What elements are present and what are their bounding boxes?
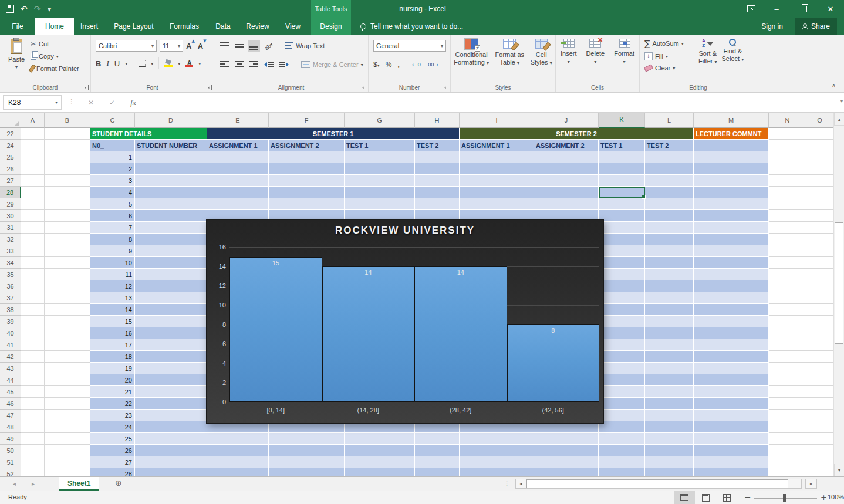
row-header-50[interactable]: 50 <box>0 445 21 456</box>
cell-O47[interactable] <box>806 410 833 421</box>
cell-C37[interactable]: 13 <box>90 292 135 304</box>
cell-K43[interactable] <box>599 363 645 374</box>
cell-L28[interactable] <box>645 187 694 198</box>
cell-L34[interactable] <box>645 257 694 269</box>
cell-M39[interactable] <box>694 316 769 327</box>
banner-semester-1[interactable]: SEMESTER 1 <box>207 128 460 140</box>
cell-O48[interactable] <box>806 421 833 433</box>
column-header-J[interactable]: J <box>534 113 599 128</box>
cell-N28[interactable] <box>769 187 806 198</box>
tell-me-box[interactable]: Tell me what you want to do... <box>360 18 463 35</box>
cell-K36[interactable] <box>599 280 645 292</box>
cell-M40[interactable] <box>694 327 769 339</box>
cell-G51[interactable] <box>345 456 415 468</box>
cell-K51[interactable] <box>599 456 645 468</box>
cell-N34[interactable] <box>769 257 806 269</box>
cell-K32[interactable] <box>599 234 645 245</box>
clear-button[interactable]: Clear▾ <box>644 65 684 72</box>
cell-E50[interactable] <box>207 445 269 456</box>
cell-N47[interactable] <box>769 410 806 421</box>
cell-A47[interactable] <box>21 410 45 421</box>
cell-N24[interactable] <box>769 140 806 151</box>
cell-K41[interactable] <box>599 339 645 351</box>
cell-E28[interactable] <box>207 187 269 198</box>
cell-B35[interactable] <box>45 269 90 280</box>
column-header-D[interactable]: D <box>135 113 207 128</box>
sign-in-link[interactable]: Sign in <box>761 22 783 31</box>
cell-C50[interactable]: 26 <box>90 445 135 456</box>
cell-N27[interactable] <box>769 175 806 187</box>
cell-G24[interactable]: TEST 1 <box>345 140 415 151</box>
cell-O52[interactable] <box>806 468 833 476</box>
cell-B38[interactable] <box>45 304 90 316</box>
cell-D50[interactable] <box>135 445 207 456</box>
insert-function-button[interactable]: fx <box>124 95 142 110</box>
cell-J51[interactable] <box>534 456 599 468</box>
cell-A36[interactable] <box>21 280 45 292</box>
cell-H24[interactable]: TEST 2 <box>415 140 460 151</box>
cell-A42[interactable] <box>21 351 45 363</box>
copy-button[interactable]: Copy▾ <box>31 53 79 60</box>
cell-A43[interactable] <box>21 363 45 374</box>
cell-C34[interactable]: 10 <box>90 257 135 269</box>
cell-D29[interactable] <box>135 198 207 210</box>
cell-B39[interactable] <box>45 316 90 327</box>
column-header-K[interactable]: K <box>599 113 645 128</box>
chart-plot-area[interactable]: 024681012141615[0, 14]14(14, 28]14(28, 4… <box>229 247 599 402</box>
cell-M47[interactable] <box>694 410 769 421</box>
zoom-in-button[interactable]: + <box>821 493 827 502</box>
redo-icon[interactable]: ↷ <box>34 5 41 13</box>
cell-L47[interactable] <box>645 410 694 421</box>
align-bottom-button[interactable] <box>249 42 258 50</box>
cell-O39[interactable] <box>806 316 833 327</box>
cell-B47[interactable] <box>45 410 90 421</box>
cell-O25[interactable] <box>806 151 833 163</box>
row-header-48[interactable]: 48 <box>0 421 21 433</box>
cell-H29[interactable] <box>415 198 460 210</box>
cell-H26[interactable] <box>415 163 460 175</box>
row-header-31[interactable]: 31 <box>0 222 21 234</box>
cell-O36[interactable] <box>806 280 833 292</box>
tab-design[interactable]: Design <box>311 18 351 35</box>
cell-M45[interactable] <box>694 386 769 398</box>
cell-M27[interactable] <box>694 175 769 187</box>
cell-L50[interactable] <box>645 445 694 456</box>
font-color-dropdown[interactable]: ▾ <box>198 61 201 66</box>
tab-review[interactable]: Review <box>241 18 275 35</box>
undo-icon[interactable]: ↶ <box>21 5 28 13</box>
cell-I29[interactable] <box>460 198 534 210</box>
cell-G49[interactable] <box>345 433 415 445</box>
cell-A27[interactable] <box>21 175 45 187</box>
cell-D41[interactable] <box>135 339 207 351</box>
cell-L48[interactable] <box>645 421 694 433</box>
row-header-34[interactable]: 34 <box>0 257 21 269</box>
save-icon[interactable] <box>6 5 14 13</box>
cell-B36[interactable] <box>45 280 90 292</box>
cell-M30[interactable] <box>694 210 769 222</box>
cell-N41[interactable] <box>769 339 806 351</box>
ribbon-display-options-icon[interactable] <box>740 0 763 18</box>
cell-D48[interactable] <box>135 421 207 433</box>
underline-dropdown[interactable]: ▾ <box>125 61 127 66</box>
chart-title[interactable]: ROCKVIEW UNIVERSITY <box>207 225 603 236</box>
cell-B25[interactable] <box>45 151 90 163</box>
cell-F26[interactable] <box>269 163 345 175</box>
cell-G50[interactable] <box>345 445 415 456</box>
row-header-51[interactable]: 51 <box>0 456 21 468</box>
cell-K31[interactable] <box>599 222 645 234</box>
cell-A26[interactable] <box>21 163 45 175</box>
cell-O26[interactable] <box>806 163 833 175</box>
cell-L38[interactable] <box>645 304 694 316</box>
cell-O32[interactable] <box>806 234 833 245</box>
cell-N35[interactable] <box>769 269 806 280</box>
cell-H27[interactable] <box>415 175 460 187</box>
cell-O43[interactable] <box>806 363 833 374</box>
cell-M48[interactable] <box>694 421 769 433</box>
cell-D39[interactable] <box>135 316 207 327</box>
cell-K27[interactable] <box>599 175 645 187</box>
cell-H49[interactable] <box>415 433 460 445</box>
column-header-E[interactable]: E <box>207 113 269 128</box>
row-header-27[interactable]: 27 <box>0 175 21 187</box>
cell-C48[interactable]: 24 <box>90 421 135 433</box>
cell-B32[interactable] <box>45 234 90 245</box>
